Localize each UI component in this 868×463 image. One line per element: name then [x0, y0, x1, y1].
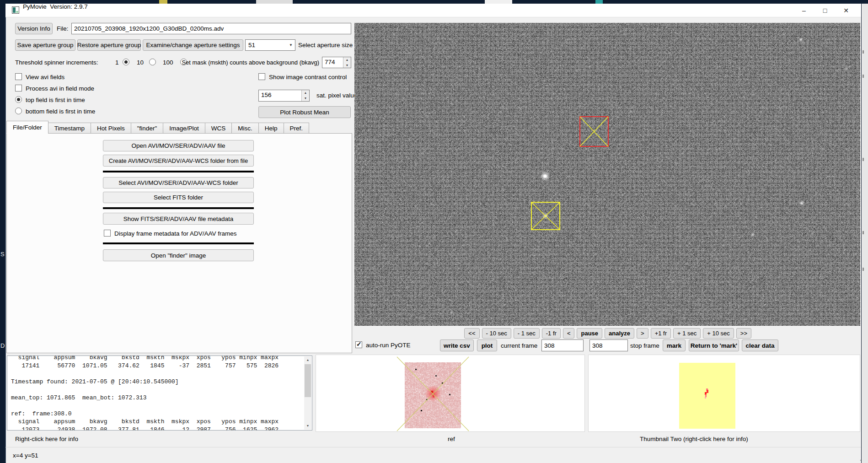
show-contrast-label: Show image contrast control	[269, 74, 347, 81]
back-10-sec-button[interactable]: - 10 sec	[482, 328, 511, 339]
close-button[interactable]: ✕	[836, 4, 857, 17]
auto-run-pyote-checkbox[interactable]: ✓	[355, 341, 362, 348]
tab-pref[interactable]: Pref.	[284, 123, 310, 134]
divider	[103, 242, 254, 244]
write-csv-button[interactable]: write csv	[440, 339, 474, 351]
tab-file-folder[interactable]: File/Folder	[6, 121, 48, 134]
return-to-mark-button[interactable]: Return to 'mark'	[689, 339, 739, 351]
minimize-button[interactable]: –	[793, 4, 814, 17]
threshold-option-10-radio[interactable]	[149, 59, 156, 65]
forward-10-sec-button[interactable]: + 10 sec	[703, 328, 734, 339]
chevron-up-icon[interactable]: ▲	[302, 90, 309, 96]
stop-frame-input[interactable]	[589, 339, 628, 351]
analyze-button[interactable]: analyze	[605, 328, 634, 339]
scroll-down-icon[interactable]: ▼	[304, 422, 311, 430]
maximize-button[interactable]: □	[814, 4, 836, 17]
create-wcs-folder-button[interactable]: Create AVI/MOV/SER/ADV/AAV-WCS folder fr…	[103, 155, 254, 167]
threshold-option-10-label: 10	[137, 59, 144, 66]
open-finder-image-button[interactable]: Open "finder" image	[103, 249, 254, 261]
select-fits-folder-button[interactable]: Select FITS folder	[103, 192, 254, 203]
divider	[5, 447, 861, 447]
stop-frame-label: stop frame	[630, 342, 659, 349]
mask-counts-spinner[interactable]: 774 ▲▼	[322, 57, 351, 68]
app-icon	[12, 6, 19, 14]
plot-robust-mean-button[interactable]: Plot Robust Mean	[258, 106, 351, 118]
star-field-image	[354, 23, 860, 326]
background-window-fragment	[485, 0, 512, 4]
current-frame-input[interactable]	[541, 339, 584, 351]
mark-button[interactable]: mark	[663, 339, 686, 351]
tab-wcs[interactable]: WCS	[205, 123, 232, 134]
jump-forward-button[interactable]: >>	[736, 328, 751, 339]
open-avi-file-button[interactable]: Open AVI/MOV/SER/ADV/AAV file	[103, 140, 254, 151]
chevron-down-icon[interactable]: ▼	[343, 63, 351, 68]
top-field-first-label: top field is first in time	[26, 97, 85, 103]
display-frame-metadata-label: Display frame metadata for ADV/AAV frame…	[114, 230, 237, 237]
display-frame-metadata-checkbox[interactable]	[104, 230, 111, 237]
sat-pixel-spinner[interactable]: 156 ▲▼	[258, 90, 310, 102]
restore-aperture-group-button[interactable]: Restore aperture group	[77, 39, 141, 51]
auto-run-pyote-label: auto-run PyOTE	[366, 342, 411, 349]
mask-counts-label: Set mask (mskth) counts above background…	[182, 59, 319, 66]
log-text: signal appsum bkavg bkstd mskth mskpx xp…	[11, 355, 279, 431]
tab-timestamp[interactable]: Timestamp	[48, 123, 91, 134]
threshold-option-1-label: 1	[115, 59, 119, 66]
ref-thumbnail[interactable]	[394, 355, 472, 434]
mask-pixels-glyph	[703, 388, 710, 400]
file-label: File:	[57, 25, 69, 32]
log-scrollbar[interactable]: ▲ ▼	[304, 356, 311, 430]
aperture-size-select[interactable]: 51 ▼	[245, 39, 295, 51]
thumbnail-two-label: Thumbnail Two (right-click here for info…	[640, 436, 748, 442]
examine-aperture-settings-button[interactable]: Examine/change aperture settings	[143, 39, 243, 51]
jump-back-button[interactable]: <<	[464, 328, 479, 339]
window-title: PyMovie Version: 2.9.7	[23, 3, 88, 10]
back-1-frame-button[interactable]: -1 fr	[542, 328, 561, 339]
cursor-coordinates: x=4 y=51	[13, 452, 38, 459]
tab-hot-pixels[interactable]: Hot Pixels	[91, 123, 131, 134]
version-info-button[interactable]: Version Info	[15, 23, 53, 34]
top-field-first-radio[interactable]	[15, 96, 22, 103]
pause-button[interactable]: pause	[577, 328, 602, 339]
scroll-up-icon[interactable]: ▲	[304, 356, 311, 364]
view-avi-fields-checkbox[interactable]	[15, 73, 22, 80]
screen: S D PyMovie Version: 2.9.7 – □ ✕ Version…	[0, 0, 868, 463]
sat-pixel-label: sat. pixel value	[316, 92, 357, 99]
tab-finder[interactable]: "finder"	[131, 123, 163, 134]
background-window-sliver	[862, 4, 868, 463]
play-backward-button[interactable]: <	[563, 328, 575, 339]
current-frame-label: current frame	[501, 342, 537, 349]
select-wcs-folder-button[interactable]: Select AVI/MOV/SER/ADV/AAV-WCS folder	[103, 177, 254, 188]
threshold-option-1-radio[interactable]	[123, 59, 129, 65]
background-window-fragment	[159, 0, 167, 4]
log-output[interactable]: signal appsum bkavg bkstd mskth mskpx xp…	[7, 355, 312, 431]
tab-bar: File/Folder Timestamp Hot Pixels "finder…	[6, 121, 309, 134]
play-forward-button[interactable]: >	[637, 328, 648, 339]
tab-image-plot[interactable]: Image/Plot	[163, 123, 205, 134]
forward-1-frame-button[interactable]: +1 fr	[651, 328, 671, 339]
threshold-increments-label: Threshold spinner increments:	[15, 59, 98, 66]
image-display[interactable]	[354, 23, 860, 326]
show-file-metadata-button[interactable]: Show FITS/SER/ADV/AAV file metadata	[103, 213, 254, 225]
tab-misc[interactable]: Misc.	[231, 123, 259, 134]
chevron-up-icon[interactable]: ▲	[343, 57, 351, 63]
background-window-fragment	[862, 0, 868, 4]
file-input[interactable]	[71, 23, 351, 34]
background-window-fragment	[595, 0, 603, 4]
back-1-sec-button[interactable]: - 1 sec	[514, 328, 540, 339]
thumbnail-two[interactable]	[679, 363, 735, 429]
scrollbar-thumb[interactable]	[305, 364, 311, 397]
tab-help[interactable]: Help	[258, 123, 284, 134]
plot-button[interactable]: plot	[477, 339, 497, 351]
view-avi-fields-label: View avi fields	[26, 74, 64, 81]
bottom-field-first-radio[interactable]	[15, 108, 22, 114]
chevron-down-icon[interactable]: ▼	[302, 96, 309, 101]
mask-counts-value: 774	[322, 57, 343, 68]
show-contrast-checkbox[interactable]	[258, 73, 265, 80]
chevron-down-icon: ▼	[287, 43, 295, 47]
background-window-fragment: D	[0, 342, 5, 349]
save-aperture-group-button[interactable]: Save aperture group	[15, 39, 75, 51]
clear-data-button[interactable]: clear data	[742, 339, 778, 351]
process-field-mode-checkbox[interactable]	[15, 85, 22, 92]
background-window-fragment: S	[0, 251, 5, 258]
forward-1-sec-button[interactable]: + 1 sec	[673, 328, 701, 339]
